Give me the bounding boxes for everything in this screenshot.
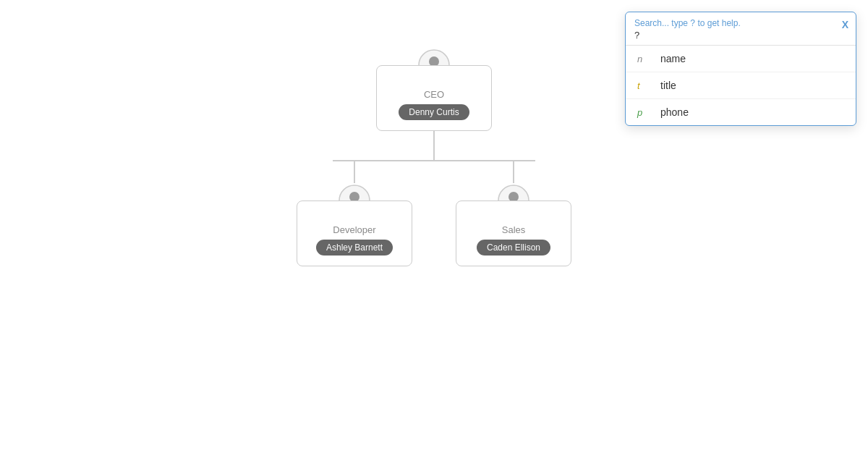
root-node-card[interactable]: CEO Denny Curtis — [376, 65, 492, 131]
root-connector-vertical — [433, 131, 435, 160]
child-node-name-0: Ashley Barnett — [316, 240, 393, 256]
search-option-phone[interactable]: p phone — [626, 99, 856, 125]
root-node-name: Denny Curtis — [399, 104, 469, 120]
option-label-phone: phone — [660, 106, 689, 118]
search-option-name[interactable]: n name — [626, 46, 856, 72]
child-node-name-1: Caden Ellison — [477, 240, 550, 256]
child-connector-v-0 — [354, 161, 355, 183]
tree-root: CEO Denny Curtis — [297, 43, 571, 266]
root-node-title: CEO — [424, 89, 444, 100]
option-key-t: t — [637, 80, 655, 91]
option-key-n: n — [637, 54, 655, 64]
option-key-p: p — [637, 107, 655, 118]
child-node-title-1: Sales — [502, 224, 526, 235]
root-node-wrapper: CEO Denny Curtis — [376, 65, 492, 131]
child-node-card-1[interactable]: Sales Caden Ellison — [456, 200, 571, 266]
search-input-area: Search... type ? to get help. ? — [634, 18, 836, 41]
child-node-wrapper-0: Developer Ashley Barnett — [297, 200, 412, 266]
child-col-1: Sales Caden Ellison — [456, 161, 571, 266]
search-placeholder: Search... type ? to get help. — [634, 18, 836, 28]
child-node-title-0: Developer — [333, 224, 375, 235]
search-option-title[interactable]: t title — [626, 72, 856, 99]
search-close-button[interactable]: X — [842, 18, 848, 33]
child-col-0: Developer Ashley Barnett — [297, 161, 412, 266]
option-label-name: name — [660, 53, 686, 64]
children-wrapper: Developer Ashley Barnett — [297, 160, 571, 266]
child-node-card-0[interactable]: Developer Ashley Barnett — [297, 200, 412, 266]
search-options-list: n name t title p phone — [626, 46, 856, 125]
child-connector-v-1 — [513, 161, 514, 183]
option-label-title: title — [660, 80, 676, 91]
search-input-row: Search... type ? to get help. ? X — [626, 12, 856, 46]
search-panel: Search... type ? to get help. ? X n name… — [625, 12, 856, 126]
children-row: Developer Ashley Barnett — [297, 161, 571, 266]
child-node-wrapper-1: Sales Caden Ellison — [456, 200, 571, 266]
search-current-value: ? — [634, 30, 836, 41]
